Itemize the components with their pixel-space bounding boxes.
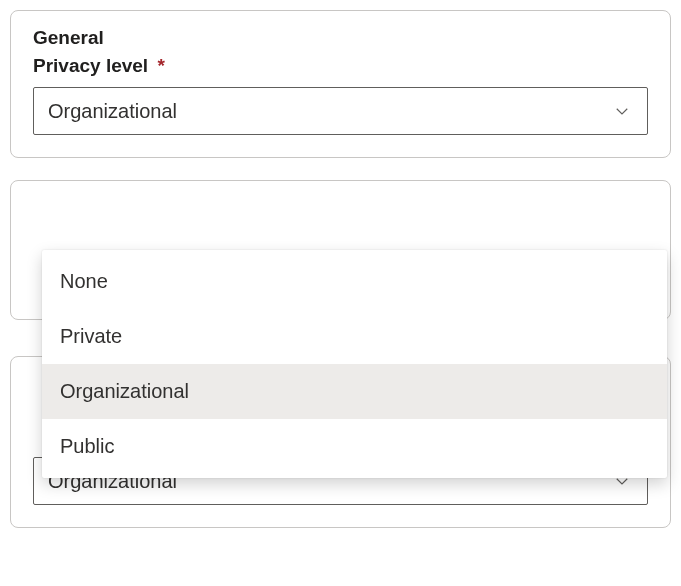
dropdown-option-organizational[interactable]: Organizational bbox=[42, 364, 667, 419]
privacy-level-label: Privacy level * bbox=[33, 55, 648, 77]
field-label-text: Privacy level bbox=[33, 55, 148, 76]
privacy-level-select[interactable]: Organizational bbox=[33, 87, 648, 135]
dropdown-option-none[interactable]: None bbox=[42, 254, 667, 309]
privacy-level-dropdown[interactable]: NonePrivateOrganizationalPublic bbox=[42, 250, 667, 478]
required-asterisk: * bbox=[157, 55, 164, 76]
general-card: General Privacy level * Organizational bbox=[10, 10, 671, 158]
chevron-down-icon bbox=[613, 102, 631, 120]
card-title: General bbox=[33, 27, 648, 49]
select-value: Organizational bbox=[48, 100, 177, 123]
dropdown-option-private[interactable]: Private bbox=[42, 309, 667, 364]
dropdown-option-public[interactable]: Public bbox=[42, 419, 667, 474]
hidden-card-title bbox=[33, 197, 648, 207]
